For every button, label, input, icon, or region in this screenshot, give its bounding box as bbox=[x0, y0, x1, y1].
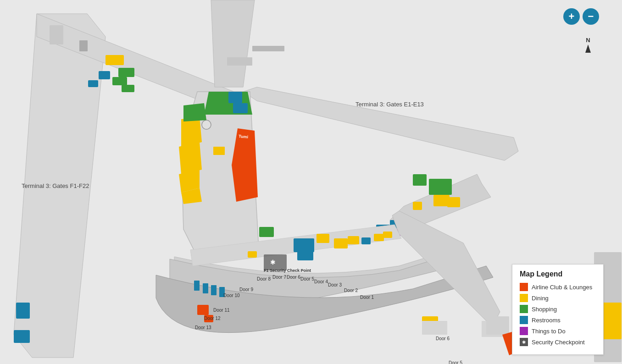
svg-text:Door 2: Door 2 bbox=[344, 288, 358, 293]
legend-item-dining: Dining bbox=[520, 294, 596, 302]
svg-rect-5 bbox=[112, 77, 127, 85]
legend-color-dining bbox=[520, 294, 528, 302]
svg-rect-59 bbox=[14, 330, 30, 343]
legend-color-airline bbox=[520, 283, 528, 291]
legend-title: Map Legend bbox=[520, 270, 596, 278]
svg-rect-45 bbox=[334, 238, 348, 248]
svg-text:Door 8: Door 8 bbox=[257, 276, 271, 281]
svg-rect-48 bbox=[374, 234, 384, 241]
svg-text:Door 12: Door 12 bbox=[204, 316, 221, 321]
legend-label-things: Things to Do bbox=[532, 328, 566, 335]
legend-label-shopping: Shopping bbox=[532, 306, 557, 313]
svg-text:Door 4: Door 4 bbox=[314, 279, 328, 284]
svg-rect-20 bbox=[413, 202, 422, 210]
svg-text:Door 5: Door 5 bbox=[300, 276, 314, 281]
svg-rect-29 bbox=[228, 92, 242, 103]
svg-rect-18 bbox=[433, 195, 450, 206]
svg-rect-7 bbox=[99, 71, 110, 79]
svg-rect-41 bbox=[248, 251, 257, 258]
svg-text:Door 5: Door 5 bbox=[449, 360, 462, 364]
svg-rect-53 bbox=[203, 283, 208, 293]
legend-label-airline: Airline Club & Lounges bbox=[532, 284, 592, 291]
svg-rect-10 bbox=[50, 25, 63, 44]
svg-text:Door 10: Door 10 bbox=[223, 293, 240, 298]
svg-rect-17 bbox=[429, 179, 452, 195]
legend-item-airline: Airline Club & Lounges bbox=[520, 283, 596, 291]
svg-rect-58 bbox=[16, 303, 30, 319]
map-legend: Map Legend Airline Club & Lounges Dining… bbox=[512, 264, 604, 355]
svg-rect-46 bbox=[348, 236, 359, 244]
svg-rect-42 bbox=[294, 238, 314, 252]
zoom-controls: + − bbox=[563, 8, 599, 25]
svg-point-37 bbox=[202, 120, 211, 129]
north-indicator: N bbox=[585, 37, 591, 53]
north-label: N bbox=[586, 37, 590, 44]
svg-text:Terminal 3: Gates E1-E13: Terminal 3: Gates E1-E13 bbox=[355, 101, 424, 108]
svg-rect-16 bbox=[413, 174, 427, 186]
legend-item-security: ✱ Security Checkpoint bbox=[520, 338, 596, 346]
svg-marker-38 bbox=[183, 103, 206, 121]
svg-rect-19 bbox=[447, 197, 460, 207]
legend-icon-security: ✱ bbox=[520, 338, 528, 346]
svg-rect-8 bbox=[88, 80, 98, 87]
legend-label-security: Security Checkpoint bbox=[532, 339, 585, 346]
svg-rect-3 bbox=[106, 55, 124, 65]
svg-rect-54 bbox=[211, 285, 217, 295]
north-arrow bbox=[585, 44, 591, 53]
svg-rect-60 bbox=[422, 321, 447, 335]
svg-text:Terminal 3: Gates F1-F22: Terminal 3: Gates F1-F22 bbox=[22, 182, 89, 189]
svg-text:Door 6: Door 6 bbox=[287, 275, 300, 280]
legend-color-shopping bbox=[520, 305, 528, 313]
svg-rect-44 bbox=[317, 234, 329, 243]
svg-text:Tumi: Tumi bbox=[239, 134, 249, 139]
svg-rect-13 bbox=[252, 46, 284, 51]
svg-rect-49 bbox=[383, 232, 392, 238]
svg-text:Door 1: Door 1 bbox=[360, 295, 374, 300]
legend-item-things: Things to Do bbox=[520, 327, 596, 335]
zoom-in-button[interactable]: + bbox=[563, 8, 580, 25]
svg-text:Door 11: Door 11 bbox=[213, 308, 230, 313]
svg-rect-61 bbox=[486, 316, 509, 335]
svg-rect-6 bbox=[122, 85, 134, 92]
svg-text:Door 6: Door 6 bbox=[436, 336, 450, 341]
svg-text:F1 Security Check Point: F1 Security Check Point bbox=[264, 268, 311, 273]
svg-rect-4 bbox=[118, 68, 134, 77]
svg-rect-56 bbox=[197, 305, 209, 315]
svg-text:✱: ✱ bbox=[270, 259, 276, 266]
legend-color-things bbox=[520, 327, 528, 335]
svg-text:Door 3: Door 3 bbox=[328, 282, 342, 287]
svg-rect-43 bbox=[297, 251, 313, 260]
svg-text:Door 13: Door 13 bbox=[195, 325, 211, 330]
svg-rect-30 bbox=[233, 103, 248, 113]
svg-text:Door 7: Door 7 bbox=[272, 275, 286, 280]
zoom-out-button[interactable]: − bbox=[583, 8, 599, 25]
svg-rect-12 bbox=[227, 57, 252, 66]
svg-rect-36 bbox=[213, 147, 225, 155]
legend-item-shopping: Shopping bbox=[520, 305, 596, 313]
svg-rect-52 bbox=[194, 281, 200, 291]
map-container: ✱ Terminal 3: Gates E1-E13 Terminal 3: G… bbox=[0, 0, 622, 364]
svg-rect-47 bbox=[361, 237, 371, 244]
svg-text:Door 9: Door 9 bbox=[239, 287, 253, 292]
legend-item-restrooms: Restrooms bbox=[520, 316, 596, 324]
legend-color-restrooms bbox=[520, 316, 528, 324]
svg-rect-40 bbox=[259, 227, 274, 237]
svg-marker-33 bbox=[179, 142, 202, 174]
svg-rect-9 bbox=[79, 40, 88, 51]
legend-label-dining: Dining bbox=[532, 295, 549, 302]
legend-label-restrooms: Restrooms bbox=[532, 317, 561, 324]
